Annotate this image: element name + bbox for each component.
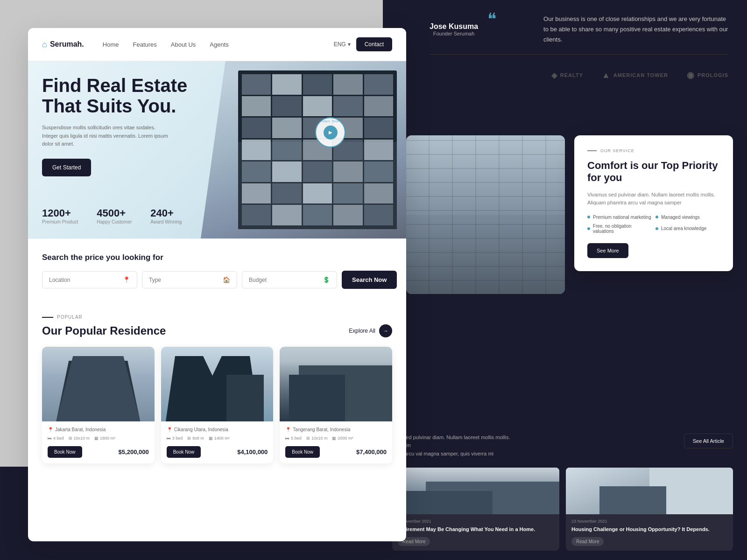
window — [242, 205, 271, 225]
book-button-2[interactable]: Book Now — [167, 446, 201, 458]
prologis-label: PROLOGIS — [698, 72, 728, 78]
property-location-1: 📍 Jakarta Barat, Indonesia — [48, 427, 149, 432]
bed-count-3: 5 bed — [291, 436, 302, 441]
location-icon: 📍 — [123, 276, 130, 283]
window — [364, 140, 393, 160]
stat-customers: 4500+ Happy Customer — [97, 207, 132, 224]
feature-label-4: Local area knowledge — [661, 226, 706, 231]
blog-section: mus sed pulvinar diam. Nullam laoreet mo… — [392, 434, 733, 551]
hero-building — [238, 70, 397, 229]
book-button-3[interactable]: Book Now — [285, 446, 320, 458]
area-text-2: 1400 m² — [214, 436, 230, 441]
blog-info-1: 2 November 2021 Retirement May Be Changi… — [392, 514, 559, 551]
realty-label: REALTY — [560, 72, 583, 78]
language-selector[interactable]: ENG ▾ — [334, 41, 351, 48]
search-title: Search the price you looking for — [42, 253, 392, 262]
location-input[interactable] — [49, 277, 119, 283]
feature-label-3: Free, no obligation valuations — [593, 224, 652, 234]
size-icon-3: ⊞ — [306, 436, 310, 441]
size-detail-3: ⊞ 10x15 m — [306, 436, 328, 441]
blog-date-1: 2 November 2021 — [398, 519, 554, 524]
property-info-1: 📍 Jakarta Barat, Indonesia 🛏 4 bed ⊞ 10x… — [42, 421, 155, 463]
bed-icon-1: 🛏 — [48, 436, 52, 441]
property-image-3 — [280, 347, 392, 421]
home-icon: 🏠 — [223, 276, 230, 283]
popular-title: Our Popular Residence — [42, 324, 166, 337]
blog-read-more-2[interactable]: Read More — [571, 537, 604, 546]
book-button-1[interactable]: Book Now — [48, 446, 82, 458]
bed-icon-2: 🛏 — [167, 436, 171, 441]
location-pin-icon-2: 📍 — [167, 427, 172, 432]
property-info-2: 📍 Cikarang Utara, Indonesia 🛏 3 bed ⊞ 8x… — [161, 421, 274, 463]
american-tower-icon: ▲ — [602, 70, 611, 80]
play-icon: ▶ — [324, 126, 338, 140]
window — [333, 161, 362, 182]
area-icon-1: ▦ — [94, 436, 99, 441]
hero-section: Find Real Estate That Suits You. Suspend… — [28, 61, 406, 238]
property-location-3: 📍 Tangerang Barat, Indonesia — [285, 427, 387, 432]
window — [303, 74, 332, 95]
partner-realty: ◈ REALTY — [551, 71, 583, 80]
video-badge[interactable]: VIDEO TOUR ▶ — [315, 117, 345, 147]
feature-dot-3 — [587, 227, 590, 230]
stat-customers-number: 4500+ — [97, 207, 132, 219]
location-pin-icon-3: 📍 — [285, 427, 291, 432]
blog-date-2: 23 November 2021 — [571, 519, 727, 524]
building-windows — [242, 74, 393, 225]
type-input[interactable] — [149, 277, 219, 283]
partners-row: ◈ REALTY ▲ AMERICAN TOWER ◉ PROLOGIS — [411, 70, 747, 80]
size-icon-2: ⊞ — [187, 436, 191, 441]
stat-customers-label: Happy Customer — [97, 219, 132, 224]
property-image-2 — [161, 347, 274, 421]
nav-about[interactable]: About Us — [171, 41, 196, 48]
window — [364, 205, 393, 225]
nav-links: Home Features About Us Agents — [103, 41, 334, 48]
bed-detail-1: 🛏 4 bed — [48, 436, 64, 441]
bed-detail-3: 🛏 5 bed — [285, 436, 302, 441]
window — [272, 140, 301, 160]
nav-home[interactable]: Home — [103, 41, 119, 48]
see-more-button[interactable]: See More — [587, 243, 628, 258]
window — [272, 161, 301, 182]
area-detail-3: ▦ 2000 m² — [332, 436, 353, 441]
hero-title: Find Real Estate That Suits You. — [42, 75, 187, 116]
nav-features[interactable]: Features — [133, 41, 156, 48]
contact-button[interactable]: Contact — [356, 37, 392, 51]
logo-text: Serumah. — [50, 40, 84, 49]
property-card-2: 📍 Cikarang Utara, Indonesia 🛏 3 bed ⊞ 8x… — [161, 347, 274, 463]
size-detail-1: ⊞ 10x10 m — [69, 436, 90, 441]
window — [303, 161, 332, 182]
property-details-3: 🛏 5 bed ⊞ 10x15 m ▦ 2000 m² — [285, 436, 387, 441]
window — [333, 205, 362, 225]
feature-dot-4 — [655, 227, 658, 230]
feature-label-2: Managed viewings — [661, 215, 700, 220]
popular-header: Our Popular Residence Explore All → — [42, 324, 392, 337]
bed-icon-3: 🛏 — [285, 436, 289, 441]
search-now-button[interactable]: Search Now — [342, 271, 397, 289]
size-text-1: 10x10 m — [74, 436, 90, 441]
video-badge-text: VIDEO TOUR — [316, 120, 345, 123]
hero-building-bg — [201, 61, 406, 238]
testimonial-card: Jose Kusuma Founder Serumah ❝ Our busine… — [411, 0, 747, 78]
window — [272, 205, 301, 225]
blog-card-1: 2 November 2021 Retirement May Be Changi… — [392, 468, 559, 551]
explore-all-label: Explore All — [349, 328, 375, 334]
get-started-button[interactable]: Get Started — [42, 159, 91, 176]
location-text-2: Cikarang Utara, Indonesia — [174, 427, 228, 432]
search-section: Search the price you looking for 📍 🏠 💲 S… — [28, 238, 406, 303]
size-text-2: 8x8 m — [192, 436, 204, 441]
window — [242, 74, 271, 95]
blog-title-2: Housing Challenge or Housing Opportunity… — [571, 526, 727, 533]
property-price-2: $4,100,000 — [237, 448, 268, 455]
service-label-line — [587, 150, 597, 151]
explore-all-button[interactable]: Explore All → — [349, 324, 392, 337]
hero-title-line2: That Suits You. — [42, 96, 176, 116]
person-title: Founder Serumah — [430, 31, 478, 36]
popular-label-text: POPULAR — [57, 315, 83, 320]
budget-input[interactable] — [249, 277, 319, 283]
hero-building-container — [201, 61, 406, 238]
quote-icon: ❝ — [487, 9, 496, 29]
see-all-article-button[interactable]: See All Article — [684, 434, 733, 448]
testimonial-divider — [430, 54, 728, 55]
nav-agents[interactable]: Agents — [210, 41, 228, 48]
